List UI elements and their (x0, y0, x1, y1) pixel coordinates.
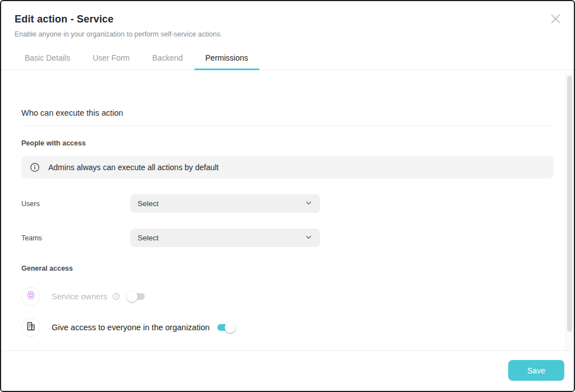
users-field-row: Users Select (21, 194, 554, 213)
service-owners-label: Service owners (52, 292, 107, 301)
info-banner-text: Admins always can execute all actions by… (48, 163, 219, 172)
organization-building-icon (25, 321, 36, 334)
users-select[interactable]: Select (130, 194, 320, 213)
scrollbar-thumb[interactable] (567, 76, 572, 332)
service-owners-cluster-icon (25, 290, 36, 303)
tab-user-form[interactable]: User Form (81, 47, 141, 70)
avatar (21, 287, 40, 306)
users-label: Users (21, 200, 130, 208)
teams-select[interactable]: Select (130, 229, 320, 247)
page-title: Edit action - Service (15, 13, 560, 25)
toggle-thumb (225, 322, 236, 333)
teams-label: Teams (21, 234, 130, 242)
avatar (21, 318, 40, 337)
users-select-value: Select (138, 199, 159, 208)
chevron-down-icon (304, 199, 313, 209)
close-button[interactable] (550, 14, 561, 25)
tab-bar: Basic Details User Form Backend Permissi… (1, 47, 574, 70)
info-circle-icon (112, 293, 120, 300)
modal-footer: Save (1, 350, 574, 391)
permissions-panel: Who can execute this action People with … (1, 108, 574, 337)
service-owners-toggle[interactable] (126, 291, 147, 302)
modal-header: Edit action - Service Enable anyone in y… (1, 1, 574, 38)
teams-field-row: Teams Select (21, 229, 554, 247)
close-icon (551, 14, 560, 26)
tab-backend[interactable]: Backend (141, 47, 194, 70)
people-with-access-label: People with access (21, 139, 554, 147)
chevron-down-icon (304, 233, 313, 243)
everyone-access-toggle[interactable] (216, 322, 236, 333)
scrollbar-track[interactable] (565, 74, 573, 352)
toggle-thumb (126, 291, 138, 302)
tab-permissions[interactable]: Permissions (194, 47, 259, 70)
tab-basic-details[interactable]: Basic Details (13, 47, 81, 70)
page-subtitle: Enable anyone in your organization to pe… (15, 30, 560, 38)
everyone-access-label: Give access to everyone in the organizat… (52, 323, 209, 332)
save-button[interactable]: Save (508, 360, 564, 381)
general-access-label: General access (21, 265, 554, 272)
section-title: Who can execute this action (21, 108, 554, 126)
edit-action-modal: Edit action - Service Enable anyone in y… (0, 0, 575, 392)
service-owners-row: Service owners (21, 287, 554, 306)
teams-select-value: Select (138, 234, 159, 242)
info-circle-icon (30, 162, 40, 172)
everyone-access-row: Give access to everyone in the organizat… (21, 318, 554, 337)
info-banner: Admins always can execute all actions by… (21, 156, 554, 179)
